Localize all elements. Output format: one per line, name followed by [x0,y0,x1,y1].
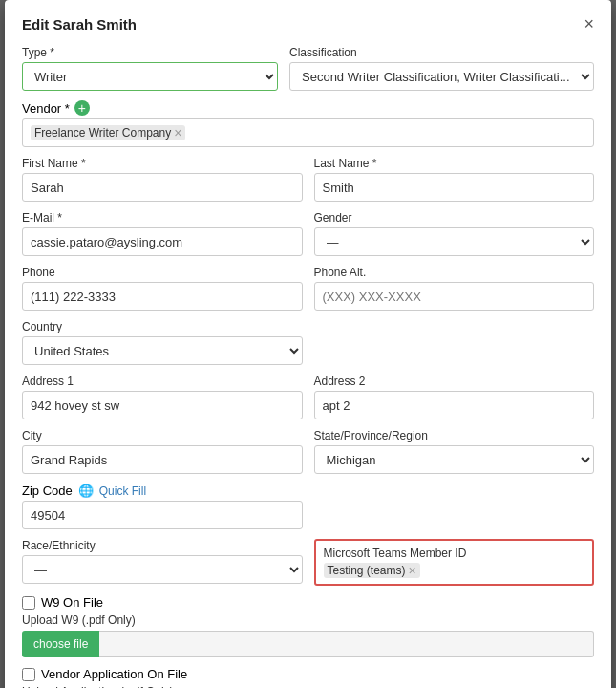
address1-label: Address 1 [22,375,303,388]
first-name-group: First Name * [22,157,303,202]
w9-upload-input [99,631,594,657]
phone-input[interactable] [22,282,303,311]
vendor-label-text: Vendor * [22,101,70,116]
email-gender-row: E-Mail * Gender — [22,211,594,256]
race-teams-row: Race/Ethnicity — Microsoft Teams Member … [22,539,594,586]
zip-label-row: Zip Code 🌐 Quick Fill [22,484,303,498]
address1-input[interactable] [22,391,303,419]
address1-group: Address 1 [22,375,303,419]
w9-checkbox-label: W9 On File [41,595,103,610]
zip-label-text: Zip Code [22,484,73,498]
type-select[interactable]: Writer [22,62,278,91]
email-label: E-Mail * [22,211,303,225]
race-group: Race/Ethnicity — [22,539,303,586]
ms-teams-group: Microsoft Teams Member ID Testing (teams… [314,539,595,586]
phone-alt-label: Phone Alt. [314,266,595,279]
ms-teams-tag-input[interactable]: Testing (teams) × [324,563,585,578]
classification-group: Classification Second Writer Classificat… [289,46,594,91]
country-group: Country United States [22,320,303,365]
modal-header: Edit Sarah Smith × [22,15,594,32]
classification-select[interactable]: Second Writer Classification, Writer Cla… [289,62,594,91]
last-name-input[interactable] [314,173,595,202]
gender-group: Gender — [314,211,595,256]
zip-group: Zip Code 🌐 Quick Fill [22,484,303,529]
state-select[interactable]: Michigan [314,445,595,474]
phone-label: Phone [22,266,303,279]
w9-checkbox[interactable] [22,596,35,610]
zip-row: Zip Code 🌐 Quick Fill [22,484,594,529]
phone-alt-input[interactable] [314,282,595,311]
city-input[interactable] [22,445,303,474]
last-name-label: Last Name * [314,157,595,170]
phone-alt-group: Phone Alt. [314,266,595,311]
phone-group: Phone [22,266,303,311]
vendor-app-checkbox-label: Vendor Application On File [41,667,187,681]
gender-select[interactable]: — [314,227,595,256]
classification-label: Classification [289,46,594,59]
country-spacer [314,320,595,365]
add-vendor-icon[interactable]: + [74,100,90,116]
w9-upload-row: choose file [22,631,594,657]
country-row: Country United States [22,320,594,365]
vendor-app-checkbox[interactable] [22,668,35,681]
first-name-input[interactable] [22,173,303,202]
state-label: State/Province/Region [314,429,595,442]
ms-teams-label: Microsoft Teams Member ID [324,547,585,560]
gender-label: Gender [314,211,595,225]
vendor-tag: Freelance Writer Company × [31,125,185,140]
email-group: E-Mail * [22,211,303,256]
race-select[interactable]: — [22,555,303,584]
ms-teams-outer-group: Microsoft Teams Member ID Testing (teams… [314,539,595,586]
edit-modal: Edit Sarah Smith × Type * Writer Classif… [5,0,611,688]
vendor-tag-remove[interactable]: × [174,126,181,140]
zip-spacer [314,484,595,529]
vendor-label-row: Vendor * + [22,100,594,116]
city-label: City [22,429,303,442]
state-group: State/Province/Region Michigan [314,429,595,474]
w9-checkbox-row: W9 On File [22,595,594,610]
type-classification-row: Type * Writer Classification Second Writ… [22,46,594,91]
address2-label: Address 2 [314,375,595,388]
modal-title: Edit Sarah Smith [22,16,137,32]
vendor-app-checkbox-row: Vendor Application On File [22,667,594,681]
first-name-label: First Name * [22,157,303,170]
ms-teams-tag: Testing (teams) × [324,563,420,578]
type-label: Type * [22,46,278,59]
address-row: Address 1 Address 2 [22,375,594,419]
choose-file-button[interactable]: choose file [22,631,99,657]
city-group: City [22,429,303,474]
vendor-group: Vendor * + Freelance Writer Company × [22,100,594,147]
name-row: First Name * Last Name * [22,157,594,202]
close-button[interactable]: × [584,15,594,32]
race-label: Race/Ethnicity [22,539,303,552]
zip-input[interactable] [22,501,303,529]
address2-group: Address 2 [314,375,595,419]
phone-row: Phone Phone Alt. [22,266,594,311]
w9-upload-label: Upload W9 (.pdf Only) [22,613,594,627]
city-state-row: City State/Province/Region Michigan [22,429,594,474]
country-label: Country [22,320,303,333]
last-name-group: Last Name * [314,157,595,202]
globe-icon: 🌐 [78,484,94,498]
type-group: Type * Writer [22,46,278,91]
ms-teams-tag-remove[interactable]: × [409,564,416,577]
vendor-tag-input[interactable]: Freelance Writer Company × [22,118,594,147]
quickfill-link[interactable]: Quick Fill [99,484,146,498]
address2-input[interactable] [314,391,595,419]
email-input[interactable] [22,227,303,256]
country-select[interactable]: United States [22,336,303,365]
